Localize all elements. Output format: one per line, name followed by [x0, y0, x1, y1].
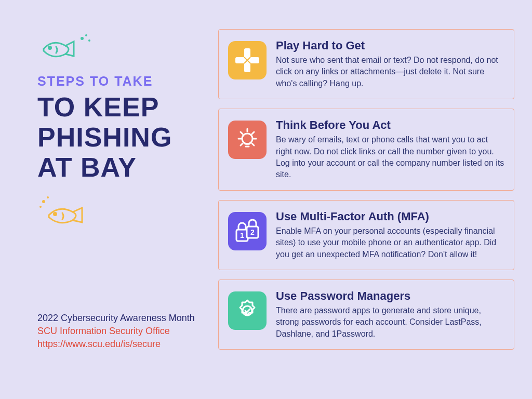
tip-card: Think Before You Act Be wary of emails, … [218, 109, 514, 191]
gear-check-icon [228, 291, 267, 330]
card-body: Think Before You Act Be wary of emails, … [276, 118, 506, 181]
card-text: Be wary of emails, text or phone calls t… [276, 134, 506, 181]
card-text: Enable MFA on your personal accounts (es… [276, 225, 506, 260]
card-title: Use Password Managers [276, 289, 506, 303]
svg-line-16 [241, 132, 243, 134]
svg-text:1: 1 [240, 231, 244, 240]
svg-point-12 [242, 134, 252, 144]
card-body: Use Multi-Factor Auth (MFA) Enable MFA o… [276, 210, 506, 260]
svg-point-3 [88, 39, 90, 42]
svg-line-19 [252, 143, 254, 145]
svg-point-1 [81, 37, 84, 40]
svg-text:2: 2 [250, 228, 255, 236]
svg-point-7 [39, 206, 42, 208]
left-column: Steps to Take To Keep Phishing at Bay [37, 31, 209, 231]
footer: 2022 Cybersecurity Awareness Month SCU I… [37, 312, 214, 351]
card-text: Not sure who sent that email or text? Do… [276, 55, 506, 89]
card-list: Play Hard to Get Not sure who sent that … [218, 29, 514, 350]
fish-icon [37, 31, 209, 64]
gamepad-icon [228, 41, 267, 79]
fish-icon [37, 192, 209, 231]
svg-line-17 [252, 132, 254, 134]
footer-campaign: 2022 Cybersecurity Awareness Month [37, 312, 214, 325]
svg-point-0 [49, 47, 51, 49]
card-text: There are password apps to generate and … [276, 305, 506, 340]
svg-point-4 [54, 212, 57, 215]
tip-card: Play Hard to Get Not sure who sent that … [218, 29, 514, 99]
tip-card: 1 2 Use Multi-Factor Auth (MFA) Enable M… [218, 200, 514, 270]
card-title: Think Before You Act [276, 118, 506, 132]
padlock-icon: 1 2 [228, 212, 267, 250]
footer-office: SCU Information Security Office [37, 325, 214, 338]
heading-kicker: Steps to Take [37, 74, 209, 89]
card-body: Use Password Managers There are password… [276, 289, 506, 340]
svg-point-5 [42, 200, 45, 203]
lightbulb-icon [228, 121, 267, 159]
svg-point-2 [85, 34, 87, 36]
tip-card: Use Password Managers There are password… [218, 280, 514, 350]
card-title: Use Multi-Factor Auth (MFA) [276, 210, 506, 223]
card-body: Play Hard to Get Not sure who sent that … [276, 39, 506, 89]
footer-url: https://www.scu.edu/is/secure [37, 338, 214, 351]
svg-point-6 [47, 196, 49, 198]
svg-line-18 [241, 143, 243, 145]
card-title: Play Hard to Get [276, 39, 506, 52]
heading-main: To Keep Phishing at Bay [37, 92, 209, 183]
